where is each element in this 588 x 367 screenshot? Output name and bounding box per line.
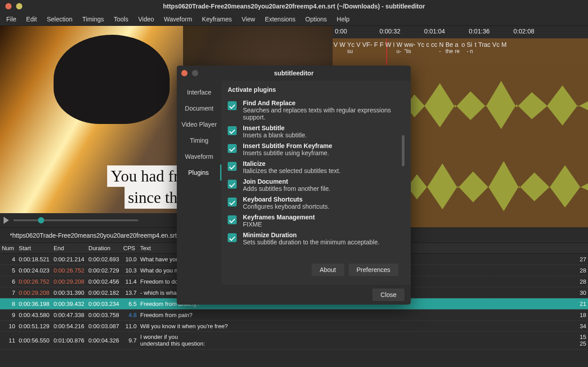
menu-help[interactable]: Help <box>332 14 354 25</box>
checkbox-icon[interactable] <box>228 144 237 153</box>
menu-tools[interactable]: Tools <box>109 14 133 25</box>
document-tab[interactable]: *https0620Trade-Free20means20you20are20f… <box>5 230 192 241</box>
plugin-row[interactable]: Minimize DurationSets subtitle duration … <box>228 230 405 247</box>
wave-snippet[interactable]: are <box>454 41 461 54</box>
wave-snippet[interactable]: Vc <box>492 41 500 48</box>
plugin-name: Insert Subtitle From Keyframe <box>243 142 332 149</box>
menu-video[interactable]: Video <box>133 14 158 25</box>
wave-snippet[interactable]: N- <box>438 41 445 54</box>
sidebar-item-document[interactable]: Document <box>177 100 221 116</box>
sidebar-item-interface[interactable]: Interface <box>177 84 221 100</box>
wave-snippet[interactable]: W <box>384 41 392 48</box>
wave-snippet[interactable]: V <box>355 41 361 48</box>
checkbox-icon[interactable] <box>228 180 237 189</box>
plugin-desc: Configures keyboard shortcuts. <box>243 203 329 210</box>
seek-slider[interactable] <box>13 219 138 221</box>
col-start[interactable]: Start <box>17 245 52 252</box>
ruler-tick: 0:01:36 <box>469 28 490 35</box>
dialog-title: subtitleeditor <box>177 70 411 77</box>
plugin-name: Minimize Duration <box>243 231 379 239</box>
col-cps[interactable]: CPS <box>121 245 138 252</box>
wave-snippet[interactable]: I <box>392 41 396 48</box>
waveform-ruler[interactable]: 0:000:00:320:01:040:01:360:02:08 <box>333 26 588 38</box>
menu-options[interactable]: Options <box>301 14 331 25</box>
plugin-row[interactable]: ItalicizeItalicizes the selected subtitl… <box>228 158 405 176</box>
plugin-name: Find And Replace <box>243 99 405 107</box>
checkbox-icon[interactable] <box>228 162 237 171</box>
window-title: https0620Trade-Free20means20you20are20fr… <box>0 3 588 10</box>
menu-keyframes[interactable]: Keyframes <box>197 14 236 25</box>
wave-snippet[interactable]: V <box>333 41 338 48</box>
menu-file[interactable]: File <box>2 14 21 25</box>
plugin-row[interactable]: Find And ReplaceSearches and replaces te… <box>228 98 405 123</box>
wave-snippet[interactable]: Bethe <box>445 41 454 54</box>
waveform-text-track[interactable]: VWYcsuVVF-FFWIWu-ww-"lisYccccN-Betheareo… <box>333 38 588 65</box>
wave-snippet[interactable]: Wu- <box>396 41 403 54</box>
table-row[interactable]: 110:00:56.5500:01:00.8760:00:04.3269.7I … <box>0 332 588 350</box>
wave-snippet[interactable]: Si- n <box>466 41 474 54</box>
wave-snippet[interactable]: ww-"lis <box>403 41 416 54</box>
wave-snippet[interactable]: VF- <box>361 41 373 48</box>
plugin-list[interactable]: Find And ReplaceSearches and replaces te… <box>228 98 405 260</box>
wave-snippet[interactable]: W <box>338 41 346 48</box>
preferences-button[interactable]: Preferences <box>349 264 398 276</box>
tab-label: *https0620Trade-Free20means20you20are20f… <box>10 232 177 239</box>
seek-thumb[interactable] <box>38 217 44 223</box>
ruler-tick: 0:00 <box>335 28 347 35</box>
table-row[interactable]: 90:00:43.5800:00:47.3380:00:03.7584.8Fre… <box>0 309 588 321</box>
menu-extensions[interactable]: Extensions <box>260 14 300 25</box>
menu-selection[interactable]: Selection <box>42 14 77 25</box>
wave-snippet[interactable]: Ycsu <box>346 41 355 54</box>
wave-snippet[interactable]: Trac <box>477 41 491 48</box>
ruler-tick: 0:02:08 <box>513 28 534 35</box>
plugin-name: Join Document <box>243 178 330 185</box>
wave-snippet[interactable]: cc <box>430 41 438 48</box>
checkbox-icon[interactable] <box>228 198 237 206</box>
wave-snippet[interactable]: F <box>379 41 384 48</box>
plugin-name: Keyboard Shortcuts <box>243 196 329 203</box>
wave-snippet[interactable]: Yc <box>416 41 425 48</box>
sidebar-item-plugins[interactable]: Plugins <box>177 165 221 181</box>
dialog-sidebar: InterfaceDocumentVideo PlayerTimingWavef… <box>177 81 221 285</box>
plugin-desc: Inserts subtitle using keyframe. <box>243 149 329 157</box>
ruler-tick: 0:01:04 <box>424 28 445 35</box>
checkbox-icon[interactable] <box>228 101 237 110</box>
preferences-dialog: subtitleeditor InterfaceDocumentVideo Pl… <box>177 66 411 305</box>
col-num[interactable]: Num <box>0 245 17 252</box>
plugin-name: Keyframes Management <box>243 214 315 221</box>
menubar: FileEditSelectionTimingsToolsVideoWavefo… <box>0 12 588 26</box>
menu-edit[interactable]: Edit <box>22 14 42 25</box>
wave-snippet[interactable]: t <box>474 41 477 48</box>
wave-snippet[interactable]: M <box>500 41 508 48</box>
plugin-row[interactable]: Keyframes ManagementFIXME <box>228 212 405 230</box>
menu-view[interactable]: View <box>237 14 259 25</box>
plugin-desc: Sets subtitle duration to the minimum ac… <box>243 239 379 246</box>
col-end[interactable]: End <box>52 245 87 252</box>
plugin-name: Italicize <box>243 160 341 167</box>
plugin-row[interactable]: Keyboard ShortcutsConfigures keyboard sh… <box>228 194 405 212</box>
about-button[interactable]: About <box>312 264 344 276</box>
plugin-desc: FIXME <box>243 221 262 228</box>
menu-waveform[interactable]: Waveform <box>159 14 196 25</box>
menu-timings[interactable]: Timings <box>78 14 108 25</box>
plugin-row[interactable]: Insert SubtitleInserts a blank subtitle. <box>228 123 405 140</box>
checkbox-icon[interactable] <box>228 215 237 224</box>
table-row[interactable]: 100:00:51.1290:00:54.2160:00:03.08711.0W… <box>0 321 588 332</box>
plugin-desc: Inserts a blank subtitle. <box>243 132 307 139</box>
plugin-name: Insert Subtitle <box>243 124 307 132</box>
plugin-row[interactable]: Insert Subtitle From KeyframeInserts sub… <box>228 140 405 158</box>
checkbox-icon[interactable] <box>228 233 237 242</box>
sidebar-item-video-player[interactable]: Video Player <box>177 116 221 132</box>
plugin-row[interactable]: Join DocumentAdds subtitles from another… <box>228 176 405 194</box>
play-icon[interactable] <box>4 217 9 224</box>
sidebar-item-waveform[interactable]: Waveform <box>177 148 221 165</box>
sidebar-item-timing[interactable]: Timing <box>177 132 221 148</box>
close-button[interactable]: Close <box>372 289 405 301</box>
scrollbar-thumb[interactable] <box>402 135 405 166</box>
plugin-desc: Italicizes the selected subtitles text. <box>243 167 341 174</box>
wave-snippet[interactable]: F <box>373 41 379 48</box>
checkbox-icon[interactable] <box>228 126 237 135</box>
col-duration[interactable]: Duration <box>87 245 121 252</box>
wave-snippet[interactable]: c <box>425 41 430 48</box>
wave-snippet[interactable]: o <box>460 41 466 48</box>
